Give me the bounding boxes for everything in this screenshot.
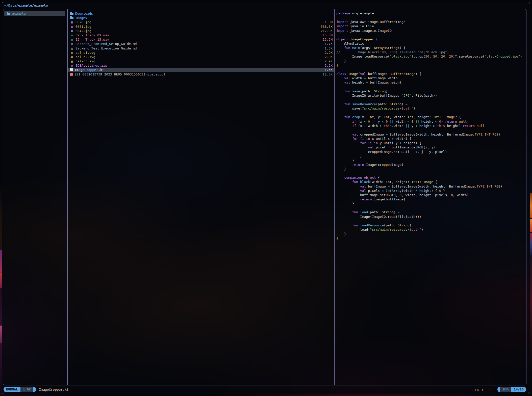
code-line: if (x + width > this.width || y + height…: [336, 124, 526, 128]
code-line: }: [336, 236, 526, 240]
file-name: cal-c2.svg: [75, 55, 95, 59]
status-filename: ImageCropper.kt: [39, 388, 68, 391]
file-row[interactable]: Images: [68, 16, 334, 20]
code-line: [336, 33, 526, 37]
code-line: fun load(path: String) =: [336, 210, 526, 214]
file-row[interactable]: ▤Backend_Frontend_Setup_Guide.md1.7K: [68, 42, 334, 46]
wallpaper-accent: [530, 219, 532, 232]
code-line: companion object {: [336, 175, 526, 180]
scroll-percent-badge: 93%: [500, 387, 511, 392]
file-size: 1.6K: [325, 68, 333, 72]
powerline-separator-icon: [33, 387, 36, 392]
file-row[interactable]: ▣0042.jpg212.9K: [68, 29, 334, 33]
file-size: 1.3M: [325, 20, 333, 24]
code-line: return Image(buffImage): [336, 197, 526, 201]
image-icon: ▣: [70, 25, 74, 29]
image-icon: ▣: [70, 29, 74, 33]
file-row[interactable]: example: [4, 11, 65, 16]
code-line: }: [336, 232, 526, 236]
file-size: 2.9K: [325, 59, 333, 63]
code-line: // Image.black(100, 100).saveResource("b…: [336, 50, 526, 54]
file-size: 212.9K: [321, 29, 333, 33]
code-line: @JvmStatic: [336, 41, 526, 46]
code-line: buffImage.setRGB(0, 0, width, height, pi…: [336, 193, 526, 197]
markdown-icon: ▤: [70, 42, 74, 46]
code-line: for (j in y until y + height) {: [336, 141, 526, 145]
file-row[interactable]: ▣cal-c1.svg2.9K: [68, 50, 334, 55]
file-name: IDEAsettings.zip: [75, 64, 107, 67]
code-line: load("src/main/resources/$path"): [336, 227, 526, 232]
code-line: object ImageCropper {: [336, 37, 526, 41]
folder-icon: [7, 13, 10, 15]
code-line: val width = buffImage.width: [336, 76, 526, 80]
file-name: Backend_Test_Execution_Guide.md: [75, 46, 137, 50]
file-row[interactable]: ▧IDEAsettings.zip5.2K: [68, 63, 334, 68]
code-line: }: [336, 167, 526, 171]
file-name: example: [12, 12, 26, 15]
audio-icon: ∩: [70, 33, 74, 38]
vector-icon: ▣: [70, 51, 74, 55]
code-line: val buffImage = BufferedImage(width, hei…: [336, 184, 526, 189]
parent-directory-pane: example: [3, 9, 67, 385]
file-name: cal-c3.svg: [75, 59, 95, 63]
code-line: fun save(path: String) =: [336, 89, 526, 93]
code-line: import java.awt.image.BufferedImage: [336, 20, 526, 24]
file-row[interactable]: ∩09 - Track 09.wav15.3M: [68, 33, 334, 37]
code-line: [336, 111, 526, 115]
code-line: fun black(width: Int, height: Int): Imag…: [336, 180, 526, 184]
code-line: }: [336, 154, 526, 158]
code-line: for (i in x until x + width) {: [336, 137, 526, 141]
code-line: Image(ImageIO.read(File(path))): [336, 215, 526, 219]
code-line: fun main(args: Array<String>) {: [336, 46, 526, 50]
code-line: [336, 67, 526, 72]
code-line: [336, 219, 526, 223]
code-line: [336, 206, 526, 210]
file-size: 2.9K: [325, 50, 333, 55]
code-line: }: [336, 59, 526, 63]
file-name: 0031.jpg: [75, 25, 91, 29]
file-name: ImageCropper.kt: [74, 68, 104, 72]
code-preview: package org.example import java.awt.imag…: [335, 9, 526, 240]
status-right: -rw-r--r-- 93% 14/15: [473, 387, 526, 392]
wallpaper-accent: [530, 193, 532, 218]
status-left: NORMAL 1.6K ImageCropper.kt: [4, 387, 69, 392]
code-line: }: [336, 158, 526, 163]
code-line: val pixel = buffImage.getRGB(i, j): [336, 145, 526, 149]
file-row[interactable]: ▤Backend_Test_Execution_Guide.md1.3K: [68, 46, 334, 50]
code-line: [336, 15, 526, 20]
code-line: fun loadResource(path: String) =: [336, 223, 526, 227]
wallpaper-accent: [530, 233, 532, 255]
file-row[interactable]: ▣cal-c2.svg2.9K: [68, 55, 334, 59]
code-line: import javax.imageio.ImageIO: [336, 29, 526, 33]
image-icon: ▣: [70, 20, 74, 24]
file-row[interactable]: ▣0028.jpg1.3M: [68, 20, 334, 24]
code-line: fun saveResource(path: String) =: [336, 102, 526, 106]
code-line: fun crop(x: Int, y: Int, width: Int, hei…: [336, 115, 526, 119]
code-line: ImageIO.write(buffImage, "JPG", File(pat…: [336, 93, 526, 98]
code-line: [336, 171, 526, 175]
file-manager-panes: example DownloadsImages▣0028.jpg1.3M▣003…: [3, 9, 526, 385]
file-row[interactable]: ∩15 - Track 15.wav15.3M: [68, 37, 334, 42]
code-line: val croppedImage = BufferedImage(width, …: [336, 132, 526, 137]
code-line: [336, 128, 526, 132]
preview-pane[interactable]: package org.example import java.awt.imag…: [335, 9, 526, 385]
folder-icon: [70, 13, 73, 15]
file-row[interactable]: ▣0031.jpg586.3K: [68, 24, 334, 29]
file-row[interactable]: ▣cal-c3.svg2.9K: [68, 59, 334, 63]
file-row[interactable]: Downloads: [68, 11, 334, 16]
file-row[interactable]: SBI_0032013739_2023_DE05_0003155631Invoi…: [68, 72, 334, 76]
code-line: return Image(croppedImage): [336, 163, 526, 167]
file-size: 15.3M: [323, 37, 333, 42]
file-size-badge: 1.6K: [20, 387, 33, 392]
code-line: if (x < 0 || y < 0 || width < 0 || heigh…: [336, 119, 526, 124]
file-row[interactable]: ImageCropper.kt1.6K: [68, 68, 334, 72]
file-name: Images: [75, 16, 87, 20]
code-line: [336, 85, 526, 89]
audio-icon: ∩: [70, 38, 74, 42]
code-line: save("src/main/resources/$path"): [336, 106, 526, 111]
terminal-window: ~/Data/example/example example Downloads…: [2, 2, 530, 394]
archive-icon: ▧: [70, 64, 74, 68]
code-line: val height = buffImage.height: [336, 80, 526, 85]
pdf-icon: [70, 73, 73, 76]
file-size: 15.3M: [323, 33, 333, 37]
